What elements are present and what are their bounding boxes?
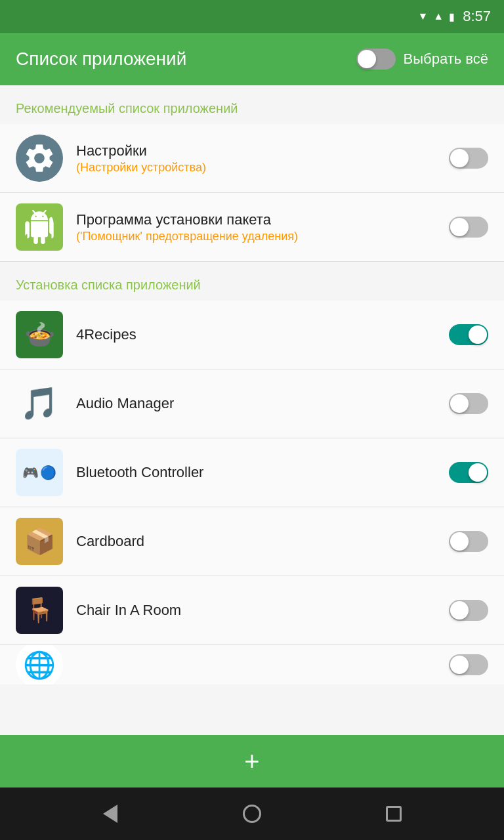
chair-toggle[interactable] (449, 600, 488, 621)
bluetooth-info: Bluetooth Controller (76, 464, 436, 481)
recipes-name: 4Recipes (76, 326, 436, 343)
signal-icon: ▲ (433, 10, 444, 22)
package-installer-info: Программа установки пакета ('Помощник' п… (76, 211, 436, 243)
audio-toggle[interactable] (449, 393, 488, 414)
recipes-icon: 🍲 (16, 311, 63, 358)
nav-bar (0, 788, 504, 840)
chrome-toggle[interactable] (449, 654, 488, 675)
recommended-section-header: Рекомендуемый список приложений (0, 85, 504, 124)
settings-toggle[interactable] (449, 148, 488, 169)
page-title: Список приложений (16, 49, 186, 70)
status-icons: ▼ ▲ ▮ (417, 10, 455, 23)
home-icon (243, 805, 261, 823)
select-all-container: Выбрать всё (356, 49, 488, 70)
audio-name: Audio Manager (76, 395, 436, 412)
wifi-icon: ▼ (417, 10, 428, 22)
list-item[interactable]: 🪑 Chair In A Room (0, 576, 504, 645)
back-button[interactable] (91, 794, 130, 833)
battery-icon: ▮ (449, 10, 455, 23)
settings-app-name: Настройки (76, 142, 436, 159)
package-installer-name: Программа установки пакета (76, 211, 436, 228)
top-bar: Список приложений Выбрать всё (0, 33, 504, 85)
recents-icon (386, 806, 402, 822)
cardboard-icon: 📦 (16, 518, 63, 565)
audio-info: Audio Manager (76, 395, 436, 412)
package-installer-subtitle: ('Помощник' предотвращение удаления) (76, 230, 436, 243)
list-item[interactable]: 🌐 (0, 645, 504, 684)
back-icon (103, 805, 117, 823)
add-button[interactable]: + (244, 747, 259, 776)
status-time: 8:57 (463, 8, 491, 25)
list-item[interactable]: Настройки (Настройки устройства) (0, 124, 504, 193)
settings-app-subtitle: (Настройки устройства) (76, 161, 436, 175)
bluetooth-toggle[interactable] (449, 462, 488, 483)
content-area: Рекомендуемый список приложений Настройк… (0, 85, 504, 735)
chair-name: Chair In A Room (76, 602, 436, 619)
chair-info: Chair In A Room (76, 602, 436, 619)
select-all-label: Выбрать всё (404, 51, 488, 68)
chrome-icon: 🌐 (16, 645, 63, 684)
audio-icon: 🎵 (16, 380, 63, 427)
cardboard-info: Cardboard (76, 533, 436, 550)
list-item[interactable]: 🎵 Audio Manager (0, 369, 504, 438)
home-button[interactable] (232, 794, 272, 833)
bluetooth-name: Bluetooth Controller (76, 464, 436, 481)
recipes-toggle[interactable] (449, 324, 488, 345)
recents-button[interactable] (374, 794, 413, 833)
recipes-info: 4Recipes (76, 326, 436, 343)
installed-section-header: Установка списка приложений (0, 262, 504, 301)
cardboard-name: Cardboard (76, 533, 436, 550)
android-icon (16, 203, 63, 251)
settings-icon (16, 135, 63, 182)
bluetooth-icon: 🎮 🔵 (16, 449, 63, 496)
chair-icon: 🪑 (16, 587, 63, 634)
cardboard-toggle[interactable] (449, 531, 488, 552)
list-item[interactable]: 🎮 🔵 Bluetooth Controller (0, 438, 504, 507)
list-item[interactable]: Программа установки пакета ('Помощник' п… (0, 193, 504, 262)
settings-app-info: Настройки (Настройки устройства) (76, 142, 436, 175)
package-installer-toggle[interactable] (449, 217, 488, 238)
list-item[interactable]: 🍲 4Recipes (0, 301, 504, 369)
bottom-toolbar: + (0, 735, 504, 788)
select-all-toggle[interactable] (356, 49, 396, 70)
list-item[interactable]: 📦 Cardboard (0, 507, 504, 576)
status-bar: ▼ ▲ ▮ 8:57 (0, 0, 504, 33)
